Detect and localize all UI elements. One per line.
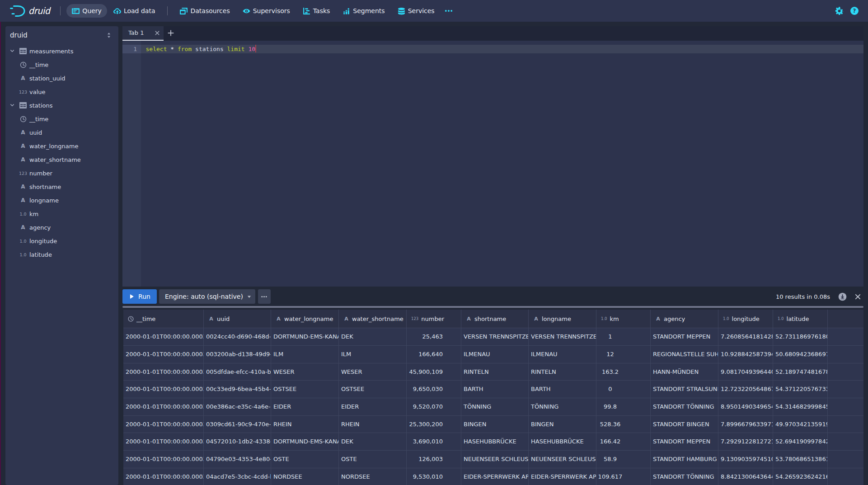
cell-agency[interactable]: STANDORT HAMBURG (651, 451, 718, 468)
cell-km[interactable]: 99.8 (596, 398, 651, 416)
column-header-water_longname[interactable]: Awater_longname (271, 310, 339, 328)
cell-__time[interactable]: 2000-01-01T00:00:00.000Z (123, 328, 204, 346)
cell-uuid[interactable]: 00c33ed9-6bea-45b4-91cd-b15e6a1b8e5a (204, 381, 271, 398)
cell-latitude[interactable]: 54.26592362421603 (773, 468, 828, 485)
cell-latitude[interactable]: 54.37122057673312 (773, 381, 828, 398)
cell-__time[interactable]: 2000-01-01T00:00:00.000Z (123, 363, 204, 381)
chevron-down-icon[interactable] (9, 103, 15, 108)
tree-item-water_longname[interactable]: Awater_longname (5, 139, 118, 153)
tree-item-measurements[interactable]: measurements (5, 44, 118, 58)
cell-latitude[interactable]: 49.97034213591909 (773, 416, 828, 433)
horizontal-scrollbar[interactable] (122, 306, 863, 308)
tab-tab1[interactable]: Tab 1 (122, 26, 164, 40)
cell-agency[interactable]: STANDORT TÖNNING (651, 398, 718, 416)
cell-shortname[interactable]: BARTH (461, 381, 529, 398)
close-results-button[interactable] (854, 293, 861, 300)
tree-item-km[interactable]: 1.0km (5, 207, 118, 221)
cell-shortname[interactable]: TÖNNING (461, 398, 529, 416)
cell-latitude[interactable]: 54.31468299984509 (773, 398, 828, 416)
tree-item-shortname[interactable]: Ashortname (5, 180, 118, 193)
cell-km[interactable]: 109.617 (596, 468, 651, 485)
cell-agency[interactable]: REGIONALSTELLE SUHL (651, 346, 718, 363)
tree-item-stations[interactable]: stations (5, 99, 118, 112)
run-button[interactable]: Run (122, 289, 157, 304)
cell-longname[interactable]: BARTH (529, 381, 596, 398)
cell-uuid[interactable]: 04acd7e5-3cbc-4cdd-b11a-632a4183bfb9 (204, 468, 271, 485)
cell-agency[interactable]: STANDORT BINGEN (651, 416, 718, 433)
cell-number[interactable]: 45,900,109 (407, 363, 461, 381)
cell-km[interactable]: 528.36 (596, 416, 651, 433)
cell-number[interactable]: 9,530,010 (407, 468, 461, 485)
cell-shortname[interactable]: EIDER-SPERRWERK AP (461, 468, 529, 485)
column-header-latitude[interactable]: 1.0latitude (773, 310, 828, 328)
cell-longitude[interactable]: 7.89966796339717 (718, 416, 773, 433)
tree-item-agency[interactable]: Aagency (5, 221, 118, 234)
tree-item-latitude[interactable]: 1.0latitude (5, 248, 118, 261)
cell-__time[interactable]: 2000-01-01T00:00:00.000Z (123, 346, 204, 363)
cell-km[interactable]: 0 (596, 381, 651, 398)
cell-water_longname[interactable]: ILM (271, 346, 339, 363)
cell-longitude[interactable]: 7.29291228127217 (718, 433, 773, 451)
cell-water_longname[interactable]: NORDSEE (271, 468, 339, 485)
nav-item-segments[interactable]: Segments (336, 4, 391, 18)
cell-km[interactable]: 12 (596, 346, 651, 363)
cell-km[interactable]: 1 (596, 328, 651, 346)
cell-water_shortname[interactable]: WESER (339, 363, 407, 381)
cell-agency[interactable]: HANN-MÜNDEN (651, 363, 718, 381)
cell-shortname[interactable]: BINGEN (461, 416, 529, 433)
new-tab-button[interactable] (164, 26, 178, 40)
cell-__time[interactable]: 2000-01-01T00:00:00.000Z (123, 381, 204, 398)
cell-uuid[interactable]: 04790e03-4353-4e80-9b2e-11e4e8f64be2 (204, 451, 271, 468)
column-header-agency[interactable]: Aagency (651, 310, 718, 328)
cell-latitude[interactable]: 52.73118697618003 (773, 328, 828, 346)
cell-uuid[interactable]: 04572010-1db2-4338-bbd0-ce6f32f025b9 (204, 433, 271, 451)
cell-shortname[interactable]: ILMENAU (461, 346, 529, 363)
druid-logo[interactable]: druid (9, 5, 51, 17)
cell-longname[interactable]: VERSEN TRENNSPITZE (529, 328, 596, 346)
tab-close-button[interactable] (155, 30, 160, 36)
cell-uuid[interactable]: 0024cc40-d690-468d-a0f2-ff37d7b56f04 (204, 328, 271, 346)
column-header-__time[interactable]: __time (123, 310, 204, 328)
cell-water_shortname[interactable]: DEK (339, 328, 407, 346)
cell-water_longname[interactable]: OSTSEE (271, 381, 339, 398)
cell-water_shortname[interactable]: NORDSEE (339, 468, 407, 485)
query-more-button[interactable] (258, 289, 271, 304)
cell-longname[interactable]: NEUENSEER SCHLEUSE (529, 451, 596, 468)
cell-km[interactable]: 58.9 (596, 451, 651, 468)
cell-latitude[interactable]: 52.69419099784213 (773, 433, 828, 451)
cell-latitude[interactable]: 53.78068651386165 (773, 451, 828, 468)
column-header-longitude[interactable]: 1.0longitude (718, 310, 773, 328)
cell-water_longname[interactable]: DORTMUND-EMS-KANAL (271, 433, 339, 451)
cell-water_shortname[interactable]: ILM (339, 346, 407, 363)
help-button[interactable]: ? (849, 5, 860, 17)
cell-water_longname[interactable]: DORTMUND-EMS-KANAL (271, 328, 339, 346)
cell-water_longname[interactable]: OSTE (271, 451, 339, 468)
download-results-button[interactable] (838, 292, 847, 301)
cell-water_longname[interactable]: RHEIN (271, 416, 339, 433)
cell-number[interactable]: 25,463 (407, 328, 461, 346)
tree-item-value[interactable]: 123value (5, 85, 118, 99)
cell-longitude[interactable]: 12.72322056486761 (718, 381, 773, 398)
cell-shortname[interactable]: VERSEN TRENNSPITZEN (461, 328, 529, 346)
sort-icon[interactable] (106, 32, 112, 38)
cell-longname[interactable]: BINGEN (529, 416, 596, 433)
tree-item-number[interactable]: 123number (5, 166, 118, 180)
cell-shortname[interactable]: RINTELN (461, 363, 529, 381)
cell-longitude[interactable]: 7.26085641814285 (718, 328, 773, 346)
cell-uuid[interactable]: 0309cd61-90c9-470e-ae76-6a6a0cc84e26 (204, 416, 271, 433)
cell-__time[interactable]: 2000-01-01T00:00:00.000Z (123, 433, 204, 451)
cell-longname[interactable]: HASEHUBBRÜCKE (529, 433, 596, 451)
tree-item-longname[interactable]: Alongname (5, 193, 118, 207)
cell-water_shortname[interactable]: DEK (339, 433, 407, 451)
cell-water_shortname[interactable]: RHEIN (339, 416, 407, 433)
cell-__time[interactable]: 2000-01-01T00:00:00.000Z (123, 451, 204, 468)
tree-item-longitude[interactable]: 1.0longitude (5, 234, 118, 248)
column-header-uuid[interactable]: Auuid (204, 310, 271, 328)
sql-editor[interactable]: 1 select * from stations limit 10 (122, 41, 863, 287)
cell-shortname[interactable]: HASEHUBBRÜCKE (461, 433, 529, 451)
tree-item-water_shortname[interactable]: Awater_shortname (5, 153, 118, 166)
nav-item-load-data[interactable]: Load data (107, 4, 162, 18)
cell-__time[interactable]: 2000-01-01T00:00:00.000Z (123, 398, 204, 416)
cell-km[interactable]: 163.2 (596, 363, 651, 381)
cell-number[interactable]: 126,003 (407, 451, 461, 468)
